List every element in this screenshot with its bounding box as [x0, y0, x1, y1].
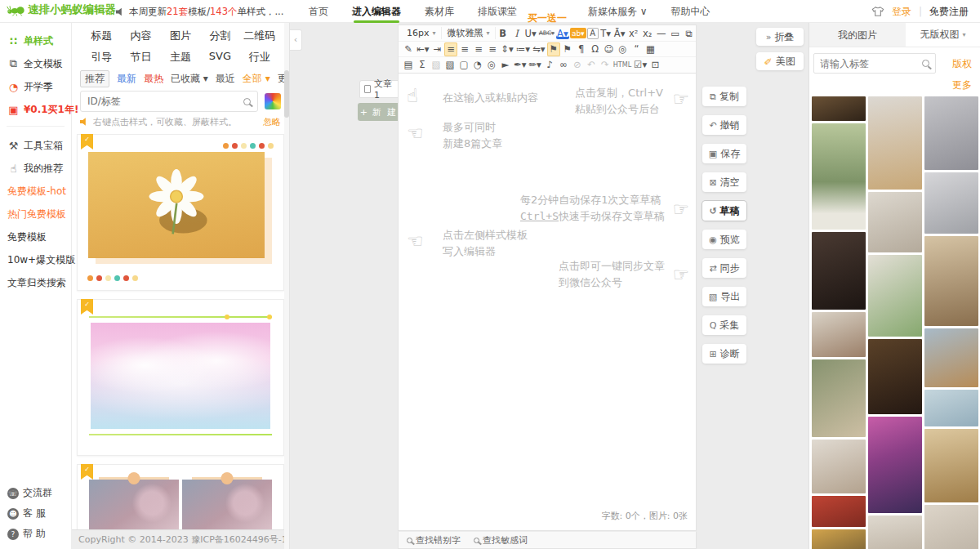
gallery-photo[interactable] [812, 232, 866, 310]
gallery-photo[interactable] [812, 359, 866, 437]
panel-collapse-handle[interactable]: ‹ [290, 29, 302, 51]
sidebar-item[interactable]: ∷单样式 [7, 29, 78, 52]
sidebar-footer-item[interactable]: ?帮 助 [7, 524, 52, 544]
search-icon[interactable] [243, 98, 251, 105]
ignore-link[interactable]: 忽略 [263, 116, 281, 128]
sidebar-item[interactable]: 免费模板 [7, 225, 75, 248]
sidebar-item[interactable]: 热门免费模板 [7, 203, 75, 225]
char-scale-icon[interactable]: Ā▾ [613, 26, 626, 40]
collect-button[interactable]: Q采集 [702, 315, 746, 335]
special-char-icon[interactable]: Ω [589, 42, 602, 56]
gallery-photo[interactable] [812, 123, 866, 230]
category-item[interactable]: 节日 [121, 50, 160, 65]
divider-line-icon[interactable]: — [655, 26, 668, 40]
filter-item[interactable]: 全部 ▾ [243, 72, 270, 86]
gallery-photo[interactable] [812, 312, 866, 357]
sync-button[interactable]: ⇄同步 [702, 258, 746, 278]
category-item[interactable]: 标题 [82, 29, 121, 43]
italic-icon[interactable]: I [510, 26, 523, 40]
formula-icon[interactable]: Σ [416, 58, 429, 72]
sidebar-item[interactable]: ☝我的推荐 [7, 157, 75, 180]
history-clock-icon[interactable]: ◔ [471, 58, 484, 72]
gallery-search-input[interactable] [820, 58, 918, 69]
collapse-panel-button[interactable]: » 折叠 [756, 28, 804, 46]
import-doc-icon[interactable]: ⧉ [683, 26, 696, 40]
html-icon[interactable]: HTML [612, 58, 632, 72]
template-search-input[interactable] [87, 96, 238, 107]
filter-item[interactable]: 已收藏 ▾ [171, 72, 208, 86]
category-item[interactable]: 分割 [200, 29, 239, 43]
login-link[interactable]: 登录 [892, 5, 911, 19]
promo-badge[interactable]: 买一送一 [528, 11, 567, 25]
gallery-photo[interactable] [868, 255, 922, 337]
shirt-icon[interactable] [871, 6, 884, 17]
container-icon[interactable]: ▢ [457, 58, 470, 72]
find-typos-button[interactable]: 查找错别字 [407, 534, 461, 547]
gallery-photo[interactable] [924, 96, 978, 170]
at-mention-icon[interactable]: ◎ [617, 42, 630, 56]
font-size-select[interactable]: 16px▾ [402, 27, 442, 39]
article-tab[interactable]: 文章1 [359, 80, 400, 98]
filter-item[interactable]: 推荐 [80, 70, 109, 87]
more-images-link[interactable]: 更多 [952, 78, 972, 92]
gallery-photo[interactable] [924, 505, 978, 549]
location-icon[interactable]: ◎ [485, 58, 498, 72]
font-family-select[interactable]: 微软雅黑▾ [443, 27, 496, 39]
nav-item[interactable]: 进入编辑器 [352, 0, 401, 23]
gallery-photo[interactable] [868, 516, 922, 549]
gallery-photo[interactable] [812, 529, 866, 549]
copy-button[interactable]: ⧉复制 [702, 87, 746, 106]
save-button[interactable]: ▣保存 [702, 144, 746, 163]
beautify-button[interactable]: ✎ 美图 [756, 52, 804, 70]
align-left-icon[interactable]: ≡ [444, 42, 457, 56]
app-logo[interactable]: 速排小蚂蚁编辑器 [7, 2, 116, 17]
sidebar-item[interactable]: 10w+爆文模版 [7, 248, 75, 271]
panel-scrollbar[interactable] [284, 23, 289, 549]
font-color-icon[interactable]: A▾ [556, 27, 569, 39]
underline-icon[interactable]: U▾ [524, 26, 537, 40]
category-item[interactable]: 内容 [121, 29, 160, 43]
gallery-photo[interactable] [868, 192, 922, 252]
category-item[interactable]: 主题 [161, 50, 200, 65]
fullscreen-icon[interactable]: ⊡ [648, 58, 662, 72]
find-sensitive-button[interactable]: 查找敏感词 [474, 534, 528, 547]
indent-increase-icon[interactable]: ⇥ [430, 42, 443, 56]
bold-icon[interactable]: B [497, 26, 510, 40]
category-item[interactable]: 二维码 [240, 29, 279, 43]
template-card-clouds[interactable]: ✓ [77, 299, 284, 456]
gallery-photo[interactable] [868, 339, 922, 414]
blank-page-icon[interactable]: ▭ [669, 26, 682, 40]
nav-item[interactable]: 素材库 [425, 0, 454, 23]
sidebar-item[interactable]: 文章归类搜索 [7, 271, 75, 294]
margin-right-flag-icon[interactable]: ⚑ [561, 42, 574, 56]
gallery-photo[interactable] [868, 417, 922, 513]
subscript-icon[interactable]: x₂ [641, 26, 654, 40]
font-style-icon[interactable]: T▾ [599, 26, 612, 40]
align-center-icon[interactable]: ≡ [458, 42, 471, 56]
nav-item[interactable]: 新媒体服务 ∨ [588, 0, 648, 23]
superscript-icon[interactable]: x² [627, 26, 640, 40]
gallery-photo[interactable] [812, 96, 866, 121]
copyright-images-link[interactable]: 版权 [952, 57, 972, 71]
insert-image-icon[interactable]: ▧ [443, 58, 457, 72]
diagnose-button[interactable]: ⊞诊断 [702, 344, 746, 364]
pen-icon[interactable]: ✏▾ [528, 58, 541, 72]
sidebar-item[interactable]: ▣¥0.1买1年! [7, 98, 78, 121]
register-link[interactable]: 免费注册 [929, 5, 969, 19]
gallery-photo[interactable] [868, 96, 922, 190]
editor-canvas[interactable]: ☝ 在这输入或粘贴内容 点击复制，Ctrl+V粘贴到公众号后台 ☞ ☜ 最多可同… [398, 74, 697, 531]
gallery-photo[interactable] [924, 390, 978, 426]
format-painter-icon[interactable]: ✎ [402, 42, 415, 56]
text-border-icon[interactable]: A [587, 28, 599, 39]
undo-button[interactable]: ↶撤销 [702, 115, 746, 135]
sidebar-footer-item[interactable]: ☏交流群 [7, 483, 52, 503]
export-button[interactable]: ▧导出 [702, 287, 746, 306]
image-disabled-icon[interactable]: ▧ [430, 58, 443, 72]
undo-icon[interactable]: ↶ [585, 58, 598, 72]
paste-icon[interactable]: ▤ [402, 58, 415, 72]
sidebar-item[interactable]: ⚒工具宝箱 [7, 134, 75, 157]
category-item[interactable]: 图片 [161, 29, 200, 43]
table-icon[interactable]: ▦ [644, 42, 657, 56]
align-justify-icon[interactable]: ≡ [486, 42, 499, 56]
image-source-dropdown[interactable]: 无版权图▾ [906, 23, 980, 47]
